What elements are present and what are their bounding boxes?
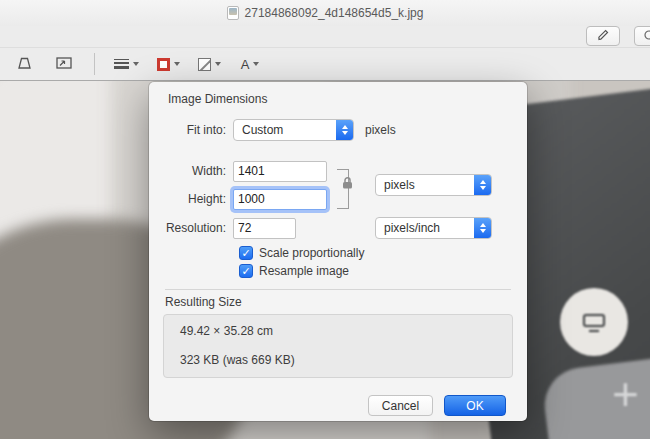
toolbar-right-group: [586, 26, 620, 46]
fit-into-select[interactable]: Custom: [233, 119, 354, 141]
pencil-icon: [596, 28, 610, 45]
markup-toolbar: A: [0, 47, 650, 81]
resize-icon: [55, 55, 73, 74]
text-style-button[interactable]: A: [236, 51, 264, 77]
width-row: Width:: [149, 160, 327, 182]
border-color-swatch-icon: [157, 58, 170, 71]
scale-proportionally-row: ✓ Scale proportionally: [239, 245, 364, 261]
check-icon: ✓: [241, 265, 250, 277]
resolution-unit-select[interactable]: pixels/inch: [375, 217, 492, 239]
height-label: Height:: [149, 192, 233, 206]
line-thickness-icon: [114, 59, 129, 69]
fit-into-unit-label: pixels: [365, 123, 396, 137]
resample-image-checkbox[interactable]: ✓: [239, 264, 253, 278]
check-icon: ✓: [241, 247, 250, 259]
chevron-down-icon: [133, 62, 139, 66]
remote-plus-icon: +: [612, 367, 639, 421]
width-label: Width:: [149, 164, 233, 178]
scale-proportionally-label: Scale proportionally: [259, 246, 364, 260]
main-toolbar: [0, 26, 650, 47]
fit-into-label: Fit into:: [149, 123, 233, 137]
height-input[interactable]: [233, 189, 327, 210]
perspective-tool-button[interactable]: [10, 51, 38, 77]
width-input[interactable]: [233, 161, 327, 182]
text-style-icon: A: [241, 57, 250, 72]
fit-into-value: Custom: [234, 123, 336, 137]
adjust-size-button[interactable]: [50, 51, 78, 77]
stepper-icon: [474, 218, 491, 238]
title-group: 27184868092_4d148654d5_k.jpg: [227, 6, 424, 20]
border-color-button[interactable]: [154, 51, 183, 77]
document-icon: [227, 6, 239, 20]
image-dimensions-dialog: Image Dimensions Fit into: Custom pixels…: [149, 82, 527, 421]
resolution-label: Resolution:: [149, 221, 233, 235]
markup-toggle-button[interactable]: [586, 26, 620, 46]
partial-icon: [643, 29, 650, 44]
perspective-icon: [15, 55, 34, 74]
stepper-icon: [474, 175, 491, 195]
resulting-dimensions: 49.42 × 35.28 cm: [180, 324, 512, 338]
resolution-input[interactable]: [233, 218, 296, 239]
resolution-unit-value: pixels/inch: [376, 221, 474, 235]
fill-color-swatch-icon: [198, 58, 211, 71]
resulting-filesize: 323 KB (was 669 KB): [180, 353, 512, 367]
dialog-title: Image Dimensions: [168, 92, 267, 106]
cancel-button[interactable]: Cancel: [368, 395, 433, 416]
resulting-size-title: Resulting Size: [165, 295, 242, 309]
resample-image-row: ✓ Resample image: [239, 263, 349, 279]
resample-image-label: Resample image: [259, 264, 349, 278]
toolbar-separator: [94, 53, 95, 75]
window-title: 27184868092_4d148654d5_k.jpg: [245, 6, 424, 20]
toolbar-partial-button[interactable]: [634, 26, 650, 46]
lock-icon: [342, 176, 353, 193]
ok-button[interactable]: OK: [444, 395, 506, 416]
remote-display-button: [560, 288, 628, 356]
shape-style-button[interactable]: [111, 51, 142, 77]
scale-proportionally-checkbox[interactable]: ✓: [239, 246, 253, 260]
stepper-icon: [336, 120, 353, 140]
chevron-down-icon: [253, 62, 259, 66]
height-row: Height:: [149, 188, 327, 210]
dimension-unit-value: pixels: [376, 178, 474, 192]
resulting-size-box: 49.42 × 35.28 cm 323 KB (was 669 KB): [163, 314, 513, 378]
tv-icon: [582, 313, 606, 332]
preview-window: 27184868092_4d148654d5_k.jpg: [0, 0, 650, 439]
dialog-divider: [165, 289, 511, 290]
content-area: + Image Dimensions Fit into: Custom pixe…: [0, 81, 650, 439]
dialog-buttons: Cancel OK: [368, 395, 506, 416]
dimension-unit-select[interactable]: pixels: [375, 174, 492, 196]
chevron-down-icon: [174, 62, 180, 66]
fit-into-row: Fit into: Custom pixels: [149, 119, 396, 141]
resolution-row: Resolution:: [149, 217, 296, 239]
chevron-down-icon: [215, 62, 221, 66]
titlebar: 27184868092_4d148654d5_k.jpg: [0, 0, 650, 26]
fill-color-button[interactable]: [195, 51, 224, 77]
